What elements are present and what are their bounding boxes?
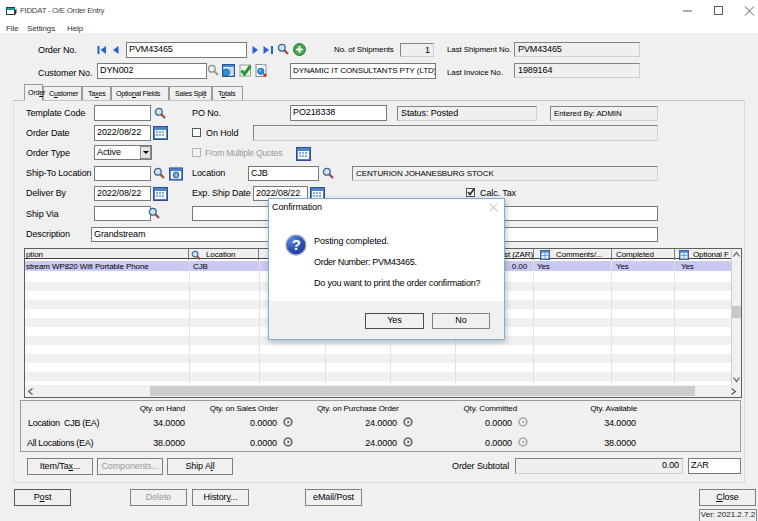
svg-text:i: i [175, 172, 176, 178]
svg-text:?: ? [292, 236, 301, 253]
